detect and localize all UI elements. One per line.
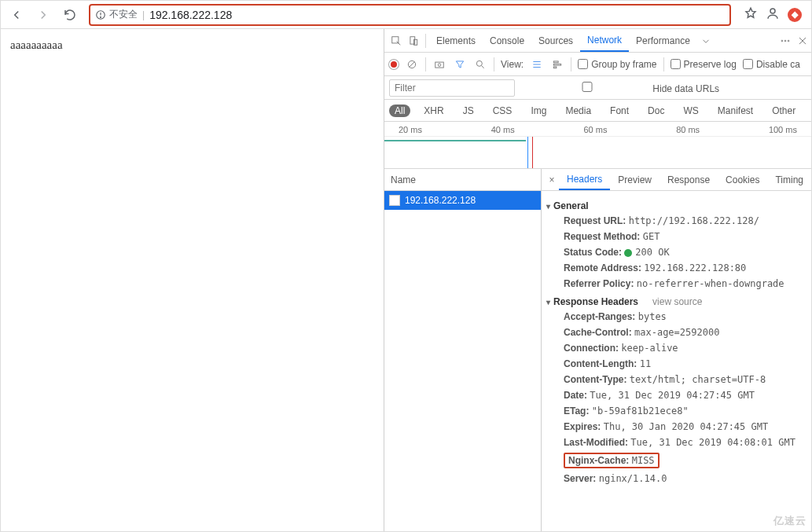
device-toggle-icon[interactable] (405, 32, 422, 50)
svg-point-13 (438, 63, 441, 66)
dtab-preview[interactable]: Preview (610, 170, 660, 190)
dtab-cookies[interactable]: Cookies (718, 170, 767, 190)
capture-screenshot-icon[interactable] (432, 57, 446, 72)
wf-tick: 100 ms (769, 125, 797, 134)
extension-badge-icon[interactable]: ◆ (788, 8, 802, 22)
section-general[interactable]: General (546, 200, 803, 211)
svg-point-3 (770, 9, 775, 13)
clear-icon[interactable] (405, 57, 419, 72)
type-js[interactable]: JS (457, 105, 479, 117)
kv-last-modified: Last-Modified: Tue, 31 Dec 2019 04:08:01… (546, 435, 803, 450)
svg-rect-21 (553, 66, 557, 68)
type-font[interactable]: Font (604, 105, 634, 117)
tab-elements[interactable]: Elements (429, 30, 483, 52)
bookmark-star-icon[interactable] (744, 6, 758, 23)
tab-performance[interactable]: Performance (629, 30, 697, 52)
type-all[interactable]: All (389, 105, 410, 117)
svg-point-9 (788, 40, 789, 42)
kv-remote-address: Remote Address: 192.168.222.128:80 (546, 260, 803, 276)
svg-point-8 (784, 40, 786, 42)
dtab-headers[interactable]: Headers (559, 170, 610, 190)
type-doc[interactable]: Doc (642, 105, 670, 117)
svg-line-11 (410, 61, 415, 67)
type-xhr[interactable]: XHR (418, 105, 449, 117)
back-button[interactable] (6, 4, 28, 26)
wf-domcontent-line (527, 137, 528, 168)
svg-rect-19 (553, 61, 558, 62)
reload-button[interactable] (59, 4, 81, 26)
view-list-icon[interactable] (530, 57, 544, 72)
kv-accept-ranges: Accept-Ranges: bytes (546, 309, 803, 325)
kv-request-url: Request URL: http://192.168.222.128/ (546, 213, 803, 229)
kv-content-type: Content-Type: text/html; charset=UTF-8 (546, 372, 803, 387)
type-img[interactable]: Img (525, 105, 552, 117)
column-name[interactable]: Name (384, 169, 541, 191)
tab-console[interactable]: Console (483, 30, 531, 52)
wf-tick: 60 ms (583, 125, 607, 134)
view-waterfall-icon[interactable] (550, 57, 564, 72)
tab-sources[interactable]: Sources (531, 30, 580, 52)
waterfall-overview[interactable]: 20 ms 40 ms 60 ms 80 ms 100 ms (384, 122, 811, 169)
dtab-response[interactable]: Response (660, 170, 718, 190)
kv-cache-control: Cache-Control: max-age=2592000 (546, 325, 803, 340)
tab-network[interactable]: Network (580, 30, 629, 52)
kv-status-code: Status Code: 200 OK (546, 244, 803, 260)
type-css[interactable]: CSS (487, 105, 518, 117)
url-text: 192.168.222.128 (149, 9, 232, 21)
kv-expires: Expires: Thu, 30 Jan 2020 04:27:45 GMT (546, 419, 803, 435)
page-body-text: aaaaaaaaaa (10, 39, 63, 51)
status-dot-icon (624, 249, 632, 257)
wf-load-line (532, 137, 533, 168)
address-separator: | (142, 9, 145, 20)
insecure-label: 不安全 (109, 8, 138, 21)
dtab-timing[interactable]: Timing (767, 170, 811, 190)
type-other[interactable]: Other (766, 105, 801, 117)
filter-toggle-icon[interactable] (453, 57, 467, 72)
request-name: 192.168.222.128 (405, 195, 476, 206)
forward-button[interactable] (32, 4, 54, 26)
more-tabs-icon[interactable] (697, 32, 715, 50)
svg-rect-20 (553, 64, 560, 65)
kv-referrer-policy: Referrer Policy: no-referrer-when-downgr… (546, 276, 803, 292)
kv-request-method: Request Method: GET (546, 229, 803, 244)
kv-date: Date: Tue, 31 Dec 2019 04:27:45 GMT (546, 387, 803, 403)
kv-connection: Connection: keep-alive (546, 340, 803, 356)
devtools-close-icon[interactable] (794, 32, 811, 50)
document-icon (389, 195, 400, 206)
type-media[interactable]: Media (560, 105, 597, 117)
devtools-panel: Elements Console Sources Network Perform… (384, 29, 811, 531)
devtools-menu-icon[interactable] (777, 32, 794, 50)
insecure-indicator: 不安全 (95, 8, 138, 21)
profile-icon[interactable] (766, 6, 780, 23)
search-icon[interactable] (473, 57, 487, 72)
svg-point-14 (476, 61, 482, 66)
svg-point-2 (101, 17, 101, 17)
filter-input[interactable] (389, 79, 515, 97)
record-button[interactable] (389, 60, 399, 69)
hide-data-urls-checkbox[interactable]: Hide data URLs (524, 82, 719, 94)
disable-cache-checkbox[interactable]: Disable ca (743, 59, 800, 70)
wf-request-bar (384, 140, 526, 141)
close-details-icon[interactable]: × (545, 174, 559, 185)
inspect-element-icon[interactable] (388, 32, 405, 50)
preserve-log-checkbox[interactable]: Preserve log (671, 59, 737, 70)
view-label: View: (501, 59, 524, 70)
page-content: aaaaaaaaaa (1, 29, 384, 531)
section-response-headers[interactable]: Response Headersview source (546, 296, 803, 307)
request-row[interactable]: 192.168.222.128 (384, 191, 541, 210)
address-bar[interactable]: 不安全 | 192.168.222.128 (89, 4, 731, 26)
group-by-frame-checkbox[interactable]: Group by frame (578, 59, 656, 70)
kv-content-length: Content-Length: 11 (546, 356, 803, 372)
type-manifest[interactable]: Manifest (712, 105, 759, 117)
kv-nginx-cache: Nginx-Cache: MISS (546, 450, 803, 471)
wf-tick: 20 ms (399, 125, 422, 134)
kv-etag: ETag: "b-59af81b21ece8" (546, 403, 803, 419)
type-ws[interactable]: WS (678, 105, 704, 117)
wf-tick: 40 ms (491, 125, 515, 134)
view-source-link[interactable]: view source (652, 296, 702, 307)
wf-tick: 80 ms (676, 125, 700, 134)
svg-point-7 (781, 40, 783, 42)
kv-server: Server: nginx/1.14.0 (546, 471, 803, 486)
svg-line-15 (482, 65, 484, 68)
